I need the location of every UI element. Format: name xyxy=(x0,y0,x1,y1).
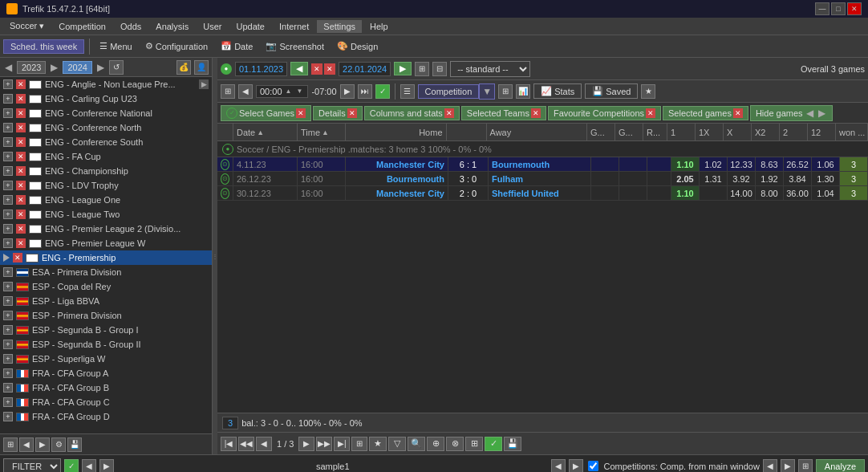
play-icon[interactable]: ▶ xyxy=(340,84,355,99)
league-item[interactable]: + ✕ ENG - Carling Cup U23 xyxy=(0,92,212,106)
nav-next[interactable]: ▶▶ xyxy=(316,437,332,451)
saved-button[interactable]: 💾 Saved xyxy=(585,83,638,99)
minimize-button[interactable]: — xyxy=(815,2,829,15)
date-from[interactable]: 01.11.2023 xyxy=(235,62,287,76)
game-away[interactable]: Sheffield United xyxy=(489,186,591,200)
nav-gear[interactable]: ⊗ xyxy=(446,437,464,451)
game-row[interactable]: ⊙ 26.12.23 16:00 Bournemouth 3 : 0 Fulha… xyxy=(217,172,868,186)
expand-icon[interactable]: + xyxy=(3,368,13,378)
tab-left[interactable]: ◀ xyxy=(805,108,815,119)
game-row[interactable]: ⊙ 4.11.23 16:00 Manchester City 6 : 1 Bo… xyxy=(217,157,868,172)
game-rows[interactable]: ⊙ 4.11.23 16:00 Manchester City 6 : 1 Bo… xyxy=(217,157,868,413)
remove-icon[interactable]: ✕ xyxy=(16,137,26,147)
expand-icon[interactable]: + xyxy=(3,296,13,306)
money-icon[interactable]: 💰 xyxy=(176,60,191,75)
expand-icon[interactable]: + xyxy=(3,340,13,349)
nav-end[interactable]: ⊞ xyxy=(351,437,367,451)
sample-arrow-left[interactable]: ◀ xyxy=(551,459,566,473)
th-date[interactable]: Date ▲ xyxy=(233,124,298,140)
maximize-button[interactable]: □ xyxy=(831,2,846,15)
comp-dropdown-arrow[interactable]: ▼ xyxy=(479,83,495,100)
menu-soccer[interactable]: Soccer ▾ xyxy=(3,19,51,33)
league-item[interactable]: + ESA - Primera Division xyxy=(0,265,212,279)
filter-arrow-right[interactable]: ▶ xyxy=(99,459,114,473)
expand-icon[interactable]: + xyxy=(3,152,13,161)
remove-icon[interactable]: ✕ xyxy=(16,152,26,161)
th-1[interactable]: 1 xyxy=(667,124,696,140)
th-time[interactable]: Time ▲ xyxy=(298,124,346,140)
nav-last[interactable]: ▶| xyxy=(334,437,350,451)
tab-columns[interactable]: Columns and stats ✕ xyxy=(364,106,460,120)
standard-dropdown[interactable]: -- standard -- xyxy=(450,61,530,77)
expand-icon[interactable]: + xyxy=(3,238,13,248)
expand-icon[interactable]: + xyxy=(3,166,13,176)
menu-tool[interactable]: ☰ Menu xyxy=(95,39,137,54)
league-list[interactable]: + ✕ ENG - Anglie - Non League Pre... ▶ +… xyxy=(0,77,212,433)
nav-check[interactable]: ✓ xyxy=(485,437,502,451)
th-g[interactable]: G... xyxy=(587,124,615,140)
th-x[interactable]: X xyxy=(724,124,752,140)
menu-competition[interactable]: Competition xyxy=(52,20,112,33)
remove-icon[interactable]: ✕ xyxy=(16,94,26,104)
end-icon[interactable]: ⏭ xyxy=(358,84,372,99)
league-item[interactable]: + FRA - CFA Group C xyxy=(0,395,212,409)
remove-icon[interactable]: ✕ xyxy=(16,166,26,176)
time-down[interactable]: ▼ xyxy=(294,87,304,95)
year-prev[interactable]: ◀ xyxy=(3,62,14,73)
th-away[interactable]: Away xyxy=(487,124,588,140)
expand-icon[interactable]: + xyxy=(3,267,13,277)
person-icon[interactable]: 👤 xyxy=(194,60,209,75)
league-item[interactable]: + ESP - Liga BBVA xyxy=(0,294,212,308)
left-tool-5[interactable]: 💾 xyxy=(67,437,82,452)
nav-star[interactable]: ★ xyxy=(369,437,387,451)
export-icon[interactable]: ⊞ xyxy=(498,84,513,99)
nav-zoom2[interactable]: ⊕ xyxy=(427,437,444,451)
tab-close[interactable]: ✕ xyxy=(444,108,454,118)
competition-dropdown[interactable]: Competition xyxy=(418,84,480,99)
expand-icon[interactable]: + xyxy=(3,94,13,104)
date-icon2[interactable]: ⊞ xyxy=(415,62,429,76)
comp-checkbox[interactable] xyxy=(588,461,598,471)
tab-hide-games[interactable]: Hide games ◀ ▶ xyxy=(750,105,833,121)
league-item[interactable]: + ✕ ENG - Anglie - Non League Pre... ▶ xyxy=(0,77,212,92)
tab-teams[interactable]: Selected Teams ✕ xyxy=(461,106,546,120)
tab-close[interactable]: ✕ xyxy=(646,108,655,118)
expand-icon[interactable]: + xyxy=(3,325,13,335)
year-mid[interactable]: ▶ xyxy=(49,62,59,73)
league-item[interactable]: + ✕ ENG - Championship xyxy=(0,164,212,178)
league-item[interactable]: + FRA - CFA Group B xyxy=(0,380,212,395)
expand-icon[interactable]: + xyxy=(3,79,13,89)
league-item[interactable]: + ✕ ENG - Premier League W xyxy=(0,236,212,250)
game-home[interactable]: Manchester City xyxy=(346,186,448,200)
nav-save[interactable]: 💾 xyxy=(504,437,521,451)
th-2[interactable]: 2 xyxy=(780,124,808,140)
nav-prev[interactable]: ◀◀ xyxy=(238,437,254,451)
expand-icon[interactable]: + xyxy=(3,412,13,421)
th-1x[interactable]: 1X xyxy=(696,124,724,140)
check-icon[interactable]: ✓ xyxy=(375,84,390,99)
filter-icon[interactable]: ☰ xyxy=(400,84,415,99)
filter-check[interactable]: ✓ xyxy=(64,459,79,473)
year-2023[interactable]: 2023 xyxy=(17,61,46,74)
remove-icon[interactable]: ✕ xyxy=(16,79,26,89)
date-prev[interactable]: ◀ xyxy=(290,62,308,75)
expand-icon[interactable]: + xyxy=(3,383,13,393)
th-home[interactable]: Home xyxy=(346,124,447,140)
nav-zoom[interactable]: 🔍 xyxy=(408,437,425,451)
grid-icon[interactable]: ⊞ xyxy=(221,84,235,99)
league-item[interactable]: + ESP - Segunda B - Group II xyxy=(0,337,212,352)
expand-icon[interactable]: + xyxy=(3,311,13,320)
game-home[interactable]: Bournemouth xyxy=(346,172,448,185)
config-tool[interactable]: ⚙ Configuration xyxy=(140,39,213,54)
league-item[interactable]: + ✕ ENG - Conference North xyxy=(0,120,212,135)
remove-icon[interactable]: ✕ xyxy=(16,123,26,132)
menu-help[interactable]: Help xyxy=(363,20,395,33)
league-item[interactable]: + ✕ ENG - League One xyxy=(0,193,212,207)
league-item[interactable]: + ✕ ENG - League Two xyxy=(0,207,212,222)
cancel-date[interactable]: ✕ xyxy=(311,63,322,75)
filter-dropdown[interactable]: FILTER xyxy=(3,458,61,473)
expand-icon[interactable]: + xyxy=(3,137,13,147)
prev-icon[interactable]: ◀ xyxy=(238,84,253,99)
remove-icon[interactable]: ✕ xyxy=(16,108,26,118)
league-item[interactable]: + ESP - Copa del Rey xyxy=(0,279,212,294)
